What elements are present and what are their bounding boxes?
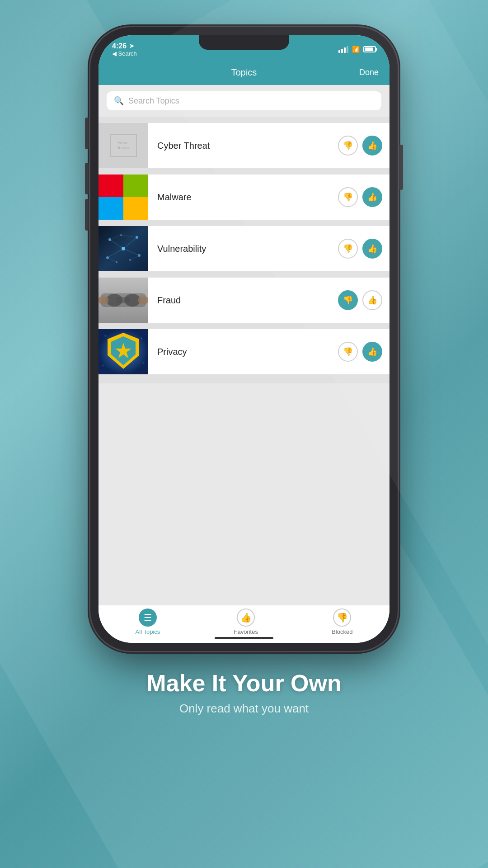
action-buttons-fraud: 👎 👍 <box>338 290 389 310</box>
tab-all-topics[interactable]: ☰ All Topics <box>136 609 160 640</box>
tab-all-topics-label: All Topics <box>136 628 160 635</box>
location-icon: ➤ <box>129 42 134 49</box>
nav-bar: Topics Done <box>99 60 389 85</box>
topic-label-fraud: Fraud <box>148 295 338 306</box>
promo-section: Make It Your Own Only read what you want <box>146 669 342 716</box>
topic-thumbnail-cyber-threat: News fusion <box>99 123 148 168</box>
svg-line-8 <box>110 240 123 249</box>
handshake-visual <box>99 278 148 323</box>
page-title: Topics <box>231 67 257 78</box>
win-blue <box>99 197 123 220</box>
topic-item-vulnerability: Vulnerability 👎 👍 <box>99 226 389 271</box>
svg-point-23 <box>105 335 106 337</box>
svg-line-9 <box>123 237 137 249</box>
topic-thumbnail-malware <box>99 175 148 220</box>
win-red <box>99 175 123 197</box>
section-gap-4 <box>99 271 389 278</box>
topic-item-fraud: Fraud 👎 👍 <box>99 278 389 323</box>
win-yellow <box>123 197 148 220</box>
svg-line-14 <box>108 258 117 262</box>
wifi-icon: 📶 <box>352 46 360 53</box>
svg-line-12 <box>110 235 121 240</box>
search-container: 🔍 Search Topics <box>99 85 389 117</box>
section-gap-5 <box>99 323 389 329</box>
promo-headline: Make It Your Own <box>146 669 342 697</box>
blocked-icon: 👎 <box>333 609 351 627</box>
network-svg <box>99 226 148 271</box>
topic-label-malware: Malware <box>148 192 338 203</box>
section-gap-3 <box>99 220 389 226</box>
tab-favorites-label: Favorites <box>234 628 258 635</box>
favorites-icon: 👍 <box>237 609 255 627</box>
signal-icon <box>338 46 348 53</box>
section-gap-bottom <box>99 374 389 383</box>
like-button-malware[interactable]: 👍 <box>362 187 382 207</box>
svg-point-24 <box>141 338 142 339</box>
action-buttons-malware: 👎 👍 <box>338 187 389 207</box>
svg-point-25 <box>103 365 104 366</box>
phone-screen: 4:26 ➤ ◀ Search 📶 <box>99 35 389 643</box>
topic-item-privacy: Privacy 👎 👍 <box>99 329 389 374</box>
back-button[interactable]: ◀ Search <box>112 50 137 57</box>
win-green <box>123 175 148 197</box>
topic-thumbnail-vulnerability <box>99 226 148 271</box>
tab-favorites[interactable]: 👍 Favorites <box>234 609 258 640</box>
svg-line-13 <box>121 235 137 237</box>
search-bar[interactable]: 🔍 Search Topics <box>107 91 381 110</box>
all-topics-icon: ☰ <box>139 609 157 627</box>
svg-rect-21 <box>138 297 148 304</box>
search-input[interactable]: Search Topics <box>128 96 179 106</box>
svg-line-11 <box>123 249 139 255</box>
topic-label-cyber-threat: Cyber Threat <box>148 141 338 151</box>
dislike-button-privacy[interactable]: 👎 <box>338 342 358 362</box>
tab-blocked-label: Blocked <box>332 628 352 635</box>
status-time: 4:26 ➤ <box>112 42 134 50</box>
dislike-button-malware[interactable]: 👎 <box>338 187 358 207</box>
promo-subtext: Only read what you want <box>146 702 342 716</box>
section-gap-1 <box>99 117 389 123</box>
tab-blocked[interactable]: 👎 Blocked <box>332 609 352 640</box>
notch <box>199 35 289 50</box>
like-button-privacy[interactable]: 👍 <box>362 342 382 362</box>
like-button-vulnerability[interactable]: 👍 <box>362 239 382 259</box>
status-left: 4:26 ➤ ◀ Search <box>112 42 137 57</box>
topic-thumbnail-fraud <box>99 278 148 323</box>
battery-icon <box>363 46 376 52</box>
svg-rect-19 <box>117 297 130 303</box>
action-buttons-vulnerability: 👎 👍 <box>338 239 389 259</box>
topic-thumbnail-privacy <box>99 329 148 374</box>
topic-label-vulnerability: Vulnerability <box>148 244 338 254</box>
dislike-button-cyber-threat[interactable]: 👎 <box>338 136 358 156</box>
svg-rect-20 <box>99 297 108 304</box>
main-content: 🔍 Search Topics News fusion Cyber Threat… <box>99 85 389 605</box>
action-buttons-cyber-threat: 👎 👍 <box>338 136 389 156</box>
home-indicator <box>215 637 273 639</box>
search-icon: 🔍 <box>114 96 124 106</box>
section-gap-2 <box>99 168 389 175</box>
svg-line-15 <box>130 255 139 260</box>
like-button-cyber-threat[interactable]: 👍 <box>362 136 382 156</box>
done-button[interactable]: Done <box>359 68 379 77</box>
phone-frame: 4:26 ➤ ◀ Search 📶 <box>90 27 398 651</box>
like-button-fraud[interactable]: 👍 <box>362 290 382 310</box>
svg-point-26 <box>143 363 145 364</box>
action-buttons-privacy: 👎 👍 <box>338 342 389 362</box>
svg-line-10 <box>108 249 123 258</box>
status-right: 📶 <box>338 46 376 53</box>
topic-label-privacy: Privacy <box>148 347 338 357</box>
topic-item-cyber-threat: News fusion Cyber Threat 👎 👍 <box>99 123 389 168</box>
newsfusion-logo: News fusion <box>110 134 137 157</box>
dislike-button-vulnerability[interactable]: 👎 <box>338 239 358 259</box>
dislike-button-fraud[interactable]: 👎 <box>338 290 358 310</box>
windows-logo <box>99 175 148 220</box>
topic-item-malware: Malware 👎 👍 <box>99 175 389 220</box>
